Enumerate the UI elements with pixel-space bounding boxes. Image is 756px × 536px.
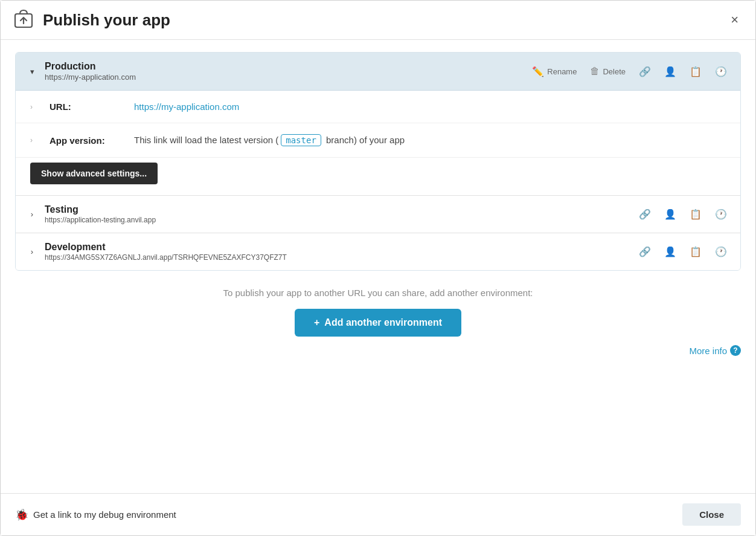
dialog-header: Publish your app × <box>1 1 755 40</box>
production-download-icon[interactable]: 👤 <box>662 65 679 79</box>
trash-icon: 🗑 <box>590 66 600 77</box>
url-link[interactable]: https://my-application.com <box>134 102 239 112</box>
production-expanded: › URL: https://my-application.com › App … <box>16 91 740 195</box>
development-env-header[interactable]: › Development https://34AMG5SX7Z6AGNLJ.a… <box>16 233 740 270</box>
development-chevron: › <box>27 247 37 257</box>
more-info-row: More info ? <box>15 345 741 356</box>
development-db-icon[interactable]: 📋 <box>687 245 704 259</box>
link-icon: 🔗 <box>639 208 651 220</box>
dialog-title: Publish your app <box>43 11 726 30</box>
debug-label: Get a link to my debug environment <box>33 509 176 520</box>
advanced-settings-button[interactable]: Show advanced settings... <box>30 163 158 184</box>
download-icon: 👤 <box>664 208 676 220</box>
app-version-chevron: › <box>30 136 41 144</box>
dialog-body: ▾ Production https://my-application.com … <box>1 40 755 493</box>
production-actions: ✏️ Rename 🗑 Delete 🔗 👤 📋 <box>530 65 729 79</box>
rename-label: Rename <box>547 67 577 76</box>
testing-env-name: Testing <box>45 204 636 215</box>
production-env-header[interactable]: ▾ Production https://my-application.com … <box>16 53 740 91</box>
testing-link-icon[interactable]: 🔗 <box>636 207 653 221</box>
close-footer-button[interactable]: Close <box>682 503 741 526</box>
testing-download-icon[interactable]: 👤 <box>662 207 679 221</box>
development-clock-icon[interactable]: 🕐 <box>713 245 729 259</box>
add-env-hint: To publish your app to another URL you c… <box>15 288 741 298</box>
history-icon: 🕐 <box>715 208 727 220</box>
development-env-url: https://34AMG5SX7Z6AGNLJ.anvil.app/TSRHQ… <box>45 253 636 262</box>
download-icon: 👤 <box>664 66 676 77</box>
rename-button[interactable]: ✏️ Rename <box>530 65 579 79</box>
link-icon: 🔗 <box>639 66 651 77</box>
testing-env-header[interactable]: › Testing https://application-testing.an… <box>16 196 740 233</box>
testing-clock-icon[interactable]: 🕐 <box>713 207 729 221</box>
app-version-row: › App version: This link will load the l… <box>16 123 740 158</box>
url-label: URL: <box>50 102 134 112</box>
url-row: › URL: https://my-application.com <box>16 91 740 123</box>
branch-badge: master <box>281 134 321 146</box>
url-value: https://my-application.com <box>134 102 239 112</box>
publish-icon <box>13 9 34 31</box>
testing-db-icon[interactable]: 📋 <box>687 207 704 221</box>
testing-env-url: https://application-testing.anvil.app <box>45 216 636 224</box>
delete-label: Delete <box>603 67 626 76</box>
database-icon: 📋 <box>690 66 702 77</box>
more-info-link[interactable]: More info ? <box>689 345 741 356</box>
production-db-icon[interactable]: 📋 <box>687 65 704 79</box>
add-icon: + <box>314 317 319 328</box>
version-text-after: branch) of your app <box>324 135 405 145</box>
production-chevron: ▾ <box>27 66 37 77</box>
development-actions: 🔗 👤 📋 🕐 <box>636 245 729 259</box>
dialog-footer: 🐞 Get a link to my debug environment Clo… <box>1 493 755 535</box>
pencil-icon: ✏️ <box>532 66 544 77</box>
app-version-label: App version: <box>50 135 134 146</box>
url-row-chevron: › <box>30 103 41 111</box>
development-env-name: Development <box>45 242 636 253</box>
production-env-name: Production <box>45 61 530 72</box>
publish-dialog: Publish your app × ▾ Production https://… <box>0 0 756 536</box>
testing-actions: 🔗 👤 📋 🕐 <box>636 207 729 221</box>
debug-link[interactable]: 🐞 Get a link to my debug environment <box>15 508 176 521</box>
production-env-url: https://my-application.com <box>45 73 530 82</box>
delete-button[interactable]: 🗑 Delete <box>588 65 628 78</box>
app-version-value: This link will load the latest version (… <box>134 134 405 146</box>
development-env-info: Development https://34AMG5SX7Z6AGNLJ.anv… <box>45 242 636 262</box>
add-environment-button[interactable]: + Add another environment <box>295 309 461 337</box>
testing-chevron: › <box>27 209 37 220</box>
development-link-icon[interactable]: 🔗 <box>636 245 653 259</box>
add-env-section: To publish your app to another URL you c… <box>15 288 741 337</box>
advanced-settings-container: Show advanced settings... <box>16 158 740 195</box>
more-info-text: More info <box>689 346 727 356</box>
database-icon: 📋 <box>690 208 702 220</box>
download-icon: 👤 <box>664 246 676 257</box>
history-icon: 🕐 <box>715 66 727 77</box>
production-clock-icon[interactable]: 🕐 <box>713 65 729 79</box>
production-link-icon[interactable]: 🔗 <box>636 65 653 79</box>
add-env-label: Add another environment <box>324 317 442 328</box>
production-env-info: Production https://my-application.com <box>45 61 530 82</box>
testing-env-info: Testing https://application-testing.anvi… <box>45 204 636 224</box>
version-text-before: This link will load the latest version ( <box>134 135 278 145</box>
database-icon: 📋 <box>690 246 702 257</box>
history-icon: 🕐 <box>715 246 727 257</box>
close-icon[interactable]: × <box>726 11 743 29</box>
environments-list: ▾ Production https://my-application.com … <box>15 52 741 271</box>
link-icon: 🔗 <box>639 246 651 257</box>
bug-icon: 🐞 <box>15 508 28 521</box>
info-icon: ? <box>730 345 741 356</box>
development-download-icon[interactable]: 👤 <box>662 245 679 259</box>
